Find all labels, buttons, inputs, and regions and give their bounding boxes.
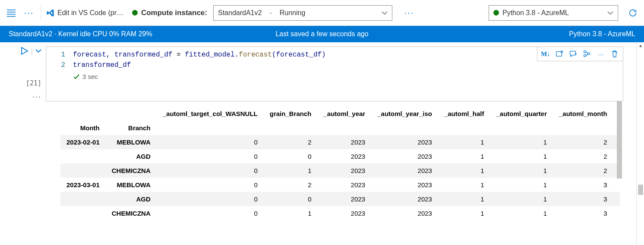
- cell-editor[interactable]: M↓ ··· 1: [46, 47, 623, 101]
- row-index-month: 2023-03-01: [60, 178, 106, 192]
- separator: [41, 5, 41, 21]
- table-cell: 1: [438, 135, 490, 149]
- execution-status: 3 sec: [46, 70, 623, 80]
- vscode-icon: [46, 9, 55, 17]
- table-cell: 2023: [317, 206, 371, 220]
- scroll-up-icon[interactable]: ▲: [638, 43, 643, 48]
- table-cell: 1: [490, 163, 553, 178]
- table-cell: 2023: [371, 178, 438, 192]
- compute-separator: -: [269, 9, 271, 17]
- table-cell: 2023: [371, 206, 438, 220]
- column-header: _automl_month: [553, 107, 613, 121]
- table-index-header-row: Month Branch: [60, 121, 620, 135]
- kernel-select[interactable]: Python 3.8 - AzureML: [489, 5, 618, 21]
- table-cell: 0: [157, 192, 264, 206]
- output-vertical-scrollbar[interactable]: [616, 101, 623, 220]
- table-cell: 1: [264, 206, 318, 220]
- table-cell: 0: [157, 149, 264, 163]
- row-index-branch: MEBLOWA: [106, 178, 157, 192]
- execution-time: 3 sec: [82, 73, 98, 80]
- table-header-row: _automl_target_col_WASNULL grain_Branch …: [60, 107, 620, 121]
- svg-rect-9: [584, 51, 586, 53]
- status-kernel-name: Python 3.8 - AzureML: [569, 30, 635, 38]
- column-header: _automl_half: [438, 107, 490, 121]
- table-cell: 2023: [317, 135, 371, 149]
- table-cell: 1: [490, 206, 553, 220]
- table-cell: 0: [264, 192, 318, 206]
- row-index-branch: MEBLOWA: [106, 135, 157, 149]
- table-cell: 2: [553, 163, 613, 178]
- kernel-status-dot-icon: [493, 10, 499, 16]
- cell-gutter: | [21] ···: [7, 47, 46, 101]
- table-cell: 0: [157, 178, 264, 192]
- cell-toolbar-more-icon[interactable]: ···: [594, 47, 607, 60]
- table-cell: 2023: [317, 163, 371, 178]
- table-cell: 2: [264, 135, 318, 149]
- row-index-month: [60, 149, 106, 163]
- output-scroll-container[interactable]: _automl_target_col_WASNULL grain_Branch …: [60, 107, 620, 220]
- table-cell: 2023: [371, 135, 438, 149]
- compute-instance-select[interactable]: StandardA1v2 - Running: [213, 5, 392, 21]
- svg-rect-11: [588, 53, 590, 55]
- main-vertical-scrollbar[interactable]: ▲: [636, 42, 644, 245]
- convert-to-markdown-button[interactable]: M↓: [539, 47, 552, 60]
- menu-icon[interactable]: [3, 5, 19, 21]
- refresh-icon[interactable]: [625, 5, 641, 21]
- table-cell: 2023: [371, 163, 438, 178]
- table-cell: 2023: [371, 149, 438, 163]
- compute-status-text: Running: [280, 9, 306, 17]
- row-index-month: [60, 163, 106, 178]
- check-icon: [73, 74, 80, 80]
- table-cell: 2: [553, 135, 613, 149]
- table-cell: 1: [438, 206, 490, 220]
- run-cell-button[interactable]: [21, 47, 28, 55]
- table-cell: 0: [157, 135, 264, 149]
- column-header: _automl_year_iso: [371, 107, 438, 121]
- row-index-branch: AGD: [106, 192, 157, 206]
- code-editor-content[interactable]: 1 2 forecast, transformed_df = fitted_mo…: [46, 50, 623, 70]
- row-index-month: 2023-02-01: [60, 135, 106, 149]
- table-cell: 1: [490, 192, 553, 206]
- row-index-branch: CHEMICZNA: [106, 206, 157, 220]
- chevron-down-icon: [382, 11, 388, 15]
- overflow-menu-icon[interactable]: ···: [22, 8, 35, 18]
- run-menu-chevron-icon[interactable]: [35, 49, 41, 53]
- column-header: grain_Branch: [264, 107, 318, 121]
- row-index-month: [60, 192, 106, 206]
- gather-icon[interactable]: [581, 47, 593, 60]
- compute-overflow-icon[interactable]: ···: [403, 8, 416, 18]
- svg-rect-10: [584, 55, 586, 57]
- table-row: AGD0020232023113: [60, 192, 620, 206]
- kernel-name: Python 3.8 - AzureML: [502, 9, 604, 17]
- svg-line-12: [586, 52, 588, 54]
- chevron-down-icon: [607, 11, 613, 15]
- delete-cell-icon[interactable]: [608, 47, 621, 60]
- line-number: 1: [51, 50, 65, 60]
- table-cell: 2023: [317, 178, 371, 192]
- table-cell: 2023: [371, 192, 438, 206]
- scrollbar-thumb[interactable]: [638, 185, 643, 195]
- table-row: AGD0020232023112: [60, 149, 620, 163]
- clear-output-icon[interactable]: [553, 47, 566, 60]
- status-last-saved: Last saved a few seconds ago: [275, 30, 368, 38]
- table-cell: 1: [264, 163, 318, 178]
- table-row: 2023-03-01MEBLOWA0220232023113: [60, 178, 620, 192]
- table-cell: 2023: [317, 192, 371, 206]
- table-cell: 3: [553, 206, 613, 220]
- cell-more-icon[interactable]: ···: [32, 92, 41, 101]
- svg-rect-4: [556, 52, 562, 57]
- add-comment-icon[interactable]: [567, 47, 580, 60]
- table-cell: 1: [490, 149, 553, 163]
- table-cell: 2: [264, 178, 318, 192]
- cell-output: _automl_target_col_WASNULL grain_Branch …: [0, 101, 628, 220]
- table-cell: 0: [157, 163, 264, 178]
- status-compute-info: StandardA1v2 · Kernel idle CPU 0% RAM 29…: [9, 30, 152, 38]
- edit-in-vscode-button[interactable]: Edit in VS Code (pr…: [46, 9, 123, 17]
- table-row: CHEMICZNA0120232023113: [60, 206, 620, 220]
- dataframe-table: _automl_target_col_WASNULL grain_Branch …: [60, 107, 620, 220]
- table-cell: 1: [438, 149, 490, 163]
- index-name-month: Month: [60, 121, 106, 135]
- notebook-area: | [21] ··· M↓: [0, 42, 644, 245]
- execution-count: [21]: [26, 79, 41, 87]
- table-cell: 0: [157, 206, 264, 220]
